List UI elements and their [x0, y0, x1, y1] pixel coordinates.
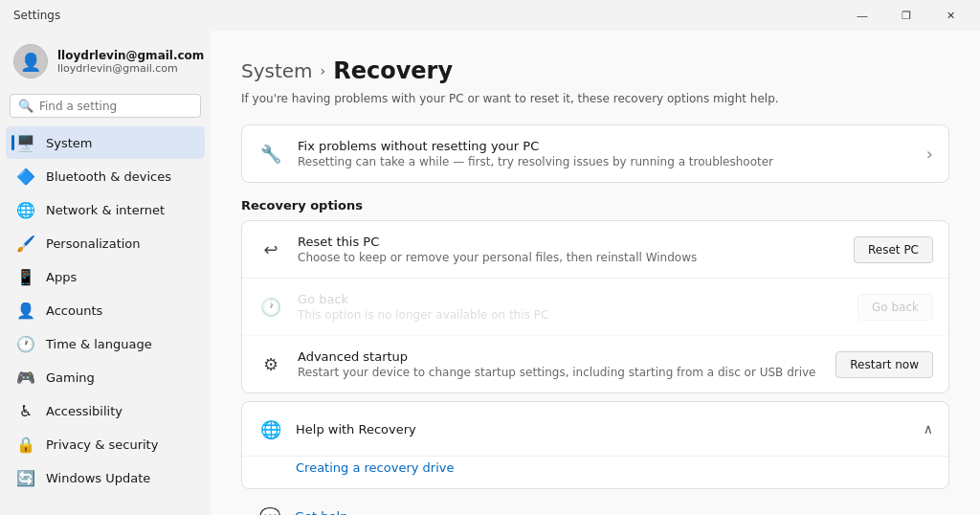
startup-button[interactable]: Restart now	[835, 351, 933, 378]
option-row-goback: 🕐Go backThis option is no longer availab…	[242, 279, 948, 336]
sidebar: 👤 lloydrlevin@gmail.com lloydrlevin@gmai…	[0, 31, 211, 515]
gaming-icon: 🎮	[17, 369, 34, 386]
goback-text: Go backThis option is no longer availabl…	[298, 292, 844, 322]
globe-icon: 🌐	[257, 415, 284, 442]
sidebar-item-label-update: Windows Update	[46, 471, 150, 485]
bluetooth-icon: 🔷	[17, 168, 34, 185]
sidebar-item-label-apps: Apps	[46, 270, 77, 284]
sidebar-item-label-privacy: Privacy & security	[46, 437, 158, 452]
sidebar-item-update[interactable]: 🔄Windows Update	[6, 461, 205, 494]
user-name: lloydrlevin@gmail.com	[57, 49, 204, 62]
fix-card-desc: Resetting can take a while — first, try …	[298, 155, 913, 168]
reset-desc: Choose to keep or remove your personal f…	[298, 251, 840, 264]
reset-button[interactable]: Reset PC	[854, 236, 933, 263]
help-card: 🌐 Help with Recovery Creating a recovery…	[241, 401, 949, 489]
reset-title: Reset this PC	[298, 235, 840, 249]
startup-icon: ⚙️	[257, 351, 284, 378]
breadcrumb: System	[241, 59, 313, 82]
accounts-icon: 👤	[17, 302, 34, 319]
fix-problems-card[interactable]: 🔧 Fix problems without resetting your PC…	[241, 124, 949, 183]
reset-icon: ↩️	[257, 236, 284, 263]
sidebar-item-label-accounts: Accounts	[46, 303, 102, 318]
get-help-row[interactable]: 💬 Get help	[241, 489, 949, 515]
page-header: System › Recovery	[241, 57, 949, 84]
system-icon: 🖥️	[17, 134, 34, 151]
nav-list: 🖥️System🔷Bluetooth & devices🌐Network & i…	[0, 125, 211, 495]
sidebar-item-label-network: Network & internet	[46, 203, 165, 217]
goback-button: Go back	[858, 294, 933, 321]
page-subtitle: If you're having problems with your PC o…	[241, 92, 949, 105]
sidebar-item-apps[interactable]: 📱Apps	[6, 260, 205, 293]
fix-card-chevron	[926, 144, 933, 164]
avatar: 👤	[13, 44, 48, 78]
sidebar-item-label-system: System	[46, 136, 92, 150]
main-content: System › Recovery If you're having probl…	[211, 31, 980, 515]
update-icon: 🔄	[17, 469, 34, 486]
wrench-icon: 🔧	[257, 141, 284, 168]
sidebar-item-privacy[interactable]: 🔒Privacy & security	[6, 428, 205, 460]
get-help-link[interactable]: Get help	[295, 509, 347, 516]
search-icon: 🔍	[18, 99, 33, 113]
apps-icon: 📱	[17, 268, 34, 285]
page-title: Recovery	[333, 57, 453, 84]
reset-text: Reset this PCChoose to keep or remove yo…	[298, 235, 840, 264]
sidebar-item-system[interactable]: 🖥️System	[6, 126, 205, 159]
search-input[interactable]	[39, 100, 192, 113]
sidebar-item-time[interactable]: 🕐Time & language	[6, 327, 205, 360]
fix-card-text: Fix problems without resetting your PC R…	[298, 139, 913, 168]
sidebar-item-accounts[interactable]: 👤Accounts	[6, 294, 205, 326]
personalization-icon: 🖌️	[17, 235, 34, 252]
close-button[interactable]: ✕	[928, 0, 972, 31]
window-controls: — ❐ ✕	[840, 0, 972, 31]
get-help-icon: 💬	[256, 503, 283, 515]
user-email: lloydrlevin@gmail.com	[57, 62, 204, 75]
help-chevron-up	[924, 421, 933, 437]
sidebar-item-accessibility[interactable]: ♿Accessibility	[6, 394, 205, 427]
sidebar-item-label-accessibility: Accessibility	[46, 404, 122, 418]
time-icon: 🕐	[17, 335, 34, 352]
app-body: 👤 lloydrlevin@gmail.com lloydrlevin@gmai…	[0, 31, 980, 515]
help-body: Creating a recovery drive	[242, 456, 948, 488]
minimize-button[interactable]: —	[840, 0, 884, 31]
sidebar-item-network[interactable]: 🌐Network & internet	[6, 193, 205, 226]
startup-text: Advanced startupRestart your device to c…	[298, 349, 822, 379]
help-title: Help with Recovery	[296, 422, 416, 437]
option-row-startup[interactable]: ⚙️Advanced startupRestart your device to…	[242, 336, 948, 392]
sidebar-item-bluetooth[interactable]: 🔷Bluetooth & devices	[6, 160, 205, 192]
search-box[interactable]: 🔍	[10, 94, 201, 118]
goback-title: Go back	[298, 292, 844, 306]
accessibility-icon: ♿	[17, 402, 34, 419]
options-card: ↩️Reset this PCChoose to keep or remove …	[241, 220, 949, 393]
sidebar-item-personalization[interactable]: 🖌️Personalization	[6, 227, 205, 259]
user-section[interactable]: 👤 lloydrlevin@gmail.com lloydrlevin@gmai…	[0, 34, 211, 88]
recovery-drive-link[interactable]: Creating a recovery drive	[296, 460, 454, 475]
restore-button[interactable]: ❐	[884, 0, 928, 31]
app-title: Settings	[13, 9, 60, 22]
option-row-reset[interactable]: ↩️Reset this PCChoose to keep or remove …	[242, 221, 948, 279]
sidebar-item-label-bluetooth: Bluetooth & devices	[46, 169, 171, 184]
recovery-options-label: Recovery options	[241, 198, 949, 213]
network-icon: 🌐	[17, 201, 34, 218]
privacy-icon: 🔒	[17, 436, 34, 453]
options-list: ↩️Reset this PCChoose to keep or remove …	[242, 221, 948, 392]
startup-desc: Restart your device to change startup se…	[298, 366, 822, 379]
breadcrumb-arrow: ›	[321, 63, 326, 78]
sidebar-item-label-time: Time & language	[46, 337, 152, 351]
fix-card-title: Fix problems without resetting your PC	[298, 139, 913, 153]
help-header-left: 🌐 Help with Recovery	[257, 415, 416, 442]
sidebar-item-label-personalization: Personalization	[46, 236, 141, 251]
goback-icon: 🕐	[257, 294, 284, 321]
user-info: lloydrlevin@gmail.com lloydrlevin@gmail.…	[57, 49, 204, 75]
fix-problems-row[interactable]: 🔧 Fix problems without resetting your PC…	[242, 125, 948, 182]
goback-desc: This option is no longer available on th…	[298, 308, 844, 322]
sidebar-item-gaming[interactable]: 🎮Gaming	[6, 361, 205, 393]
titlebar: Settings — ❐ ✕	[0, 0, 980, 31]
help-header[interactable]: 🌐 Help with Recovery	[242, 402, 948, 456]
sidebar-item-label-gaming: Gaming	[46, 370, 95, 385]
startup-title: Advanced startup	[298, 349, 822, 364]
